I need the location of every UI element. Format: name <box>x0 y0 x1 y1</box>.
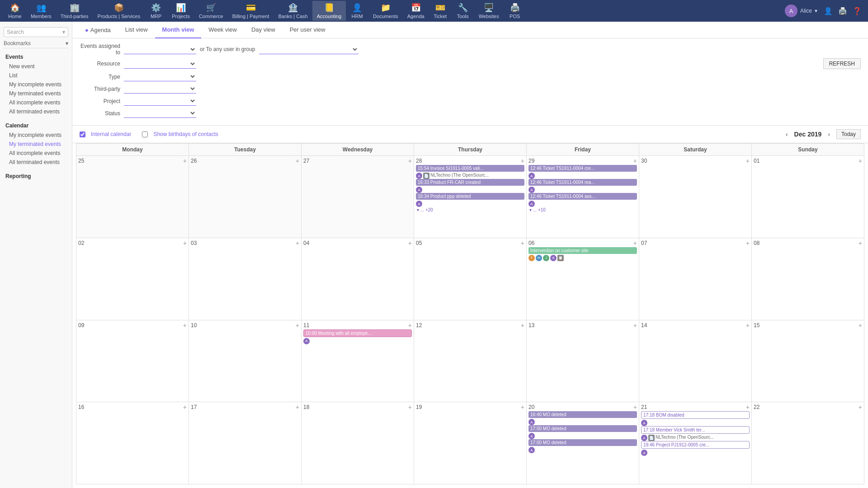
nav-members[interactable]: 👥 Members <box>26 1 56 21</box>
filter-events-assigned-select[interactable] <box>124 45 196 54</box>
nav-extra-icon3[interactable]: ❓ <box>853 7 862 15</box>
event-meeting-11[interactable]: 10:00 Meeting with all employe... <box>303 329 412 337</box>
add-event-10[interactable]: + <box>296 322 299 328</box>
next-month-button[interactable]: › <box>825 130 833 139</box>
bookmarks-row[interactable]: Bookmarks ▾ <box>4 39 68 48</box>
add-event-02[interactable]: + <box>183 240 187 246</box>
event-mo-deleted-20a[interactable]: 16:40 MO deleted <box>528 411 637 418</box>
nav-websites[interactable]: 🖥️ Websites <box>474 1 504 21</box>
add-event-03[interactable]: + <box>296 240 299 246</box>
birthdays-label[interactable]: Show birthdays of contacts <box>153 131 218 137</box>
nav-home[interactable]: 🏠 Home <box>4 1 26 21</box>
event-more-29[interactable]: ▾ ... +10 <box>528 207 637 213</box>
nav-documents[interactable]: 📁 Documents <box>368 1 403 21</box>
add-event-05[interactable]: + <box>521 240 524 246</box>
tab-day[interactable]: Day view <box>244 22 283 38</box>
nav-extra-icon1[interactable]: 👤 <box>824 7 833 15</box>
event-mo-deleted-20c[interactable]: 17:00 MO deleted <box>528 439 637 446</box>
filter-resource-label: Resource <box>80 61 120 67</box>
nav-billing[interactable]: 💳 Billing | Payment <box>228 1 274 21</box>
tab-month[interactable]: Month view <box>155 22 202 38</box>
sidebar-item-cal-my-terminated[interactable]: My terminated events <box>0 140 72 149</box>
event-invoice-28[interactable]: 15:54 Invoice SI1911-0005 vali... <box>416 165 524 172</box>
event-project-21[interactable]: 19:46 Project PJ1912-0005 cre... <box>641 441 750 449</box>
event-ticket-29b[interactable]: 12:46 Ticket TS1911-0004 rea... <box>528 179 637 186</box>
nav-accounting[interactable]: 📒 Accounting <box>312 1 346 21</box>
filter-status-select[interactable] <box>124 108 196 118</box>
filter-project-select[interactable] <box>124 96 196 106</box>
filter-group-select[interactable] <box>259 45 359 54</box>
add-event-25[interactable]: + <box>183 158 187 164</box>
nav-extra-icon2[interactable]: 🖨️ <box>838 7 847 15</box>
prev-month-button[interactable]: ‹ <box>783 130 791 139</box>
nav-mrp[interactable]: ⚙️ MRP <box>145 1 167 21</box>
nav-ticket[interactable]: 🎫 Ticket <box>429 1 452 21</box>
add-event-17[interactable]: + <box>296 404 299 410</box>
internal-calendar-checkbox[interactable] <box>80 131 85 137</box>
add-event-19[interactable]: + <box>521 404 524 410</box>
sidebar-item-my-incomplete[interactable]: My incomplete events <box>0 80 72 89</box>
add-event-21[interactable]: + <box>746 404 750 410</box>
tab-agenda[interactable]: ● Agenda <box>78 22 118 38</box>
add-event-08[interactable]: + <box>859 240 862 246</box>
internal-calendar-label[interactable]: Internal calendar <box>91 131 131 137</box>
add-event-20[interactable]: + <box>633 404 637 410</box>
add-event-13[interactable]: + <box>633 322 637 328</box>
event-ticket-29c[interactable]: 12:46 Ticket TS1911-0004 ass... <box>528 193 637 200</box>
sidebar-item-cal-all-incomplete[interactable]: All incomplete events <box>0 149 72 158</box>
add-event-11[interactable]: + <box>408 322 412 328</box>
event-member-21[interactable]: 17:18 Member Vick Smith ter... <box>641 426 750 434</box>
add-event-27[interactable]: + <box>408 158 412 164</box>
nav-tools[interactable]: 🔧 Tools <box>452 1 474 21</box>
tab-week[interactable]: Week view <box>201 22 244 38</box>
event-product-car-28[interactable]: 16:33 Product FR-CAR created <box>416 179 524 186</box>
nav-third-parties[interactable]: 🏢 Third-parties <box>56 1 93 21</box>
sidebar-item-all-terminated[interactable]: All terminated events <box>0 107 72 116</box>
sidebar-item-new-event[interactable]: New event <box>0 62 72 71</box>
search-container[interactable]: Search ▾ <box>4 27 68 37</box>
nav-agenda[interactable]: 📅 Agenda <box>403 1 429 21</box>
event-bom-21[interactable]: 17:18 BOM disabled <box>641 411 750 419</box>
today-button[interactable]: Today <box>836 129 861 139</box>
add-event-09[interactable]: + <box>183 322 187 328</box>
event-avatar-row-20c: A <box>528 447 637 453</box>
add-event-22[interactable]: + <box>859 404 862 410</box>
sidebar-item-cal-all-terminated[interactable]: All terminated events <box>0 158 72 167</box>
nav-banks[interactable]: 🏦 Banks | Cash <box>274 1 312 21</box>
sidebar-item-list[interactable]: List <box>0 71 72 80</box>
event-ticket-29a[interactable]: 12:46 Ticket TS1911-0004 cre... <box>528 165 637 172</box>
sidebar-item-all-incomplete[interactable]: All incomplete events <box>0 98 72 107</box>
filter-type-select[interactable] <box>124 72 196 81</box>
birthdays-checkbox[interactable] <box>142 131 148 137</box>
nav-products-services[interactable]: 📦 Products | Services <box>93 1 145 21</box>
add-event-04[interactable]: + <box>408 240 412 246</box>
add-event-01[interactable]: + <box>859 158 862 164</box>
event-product-ppp-28[interactable]: 16:34 Product ppp deleted <box>416 193 524 200</box>
add-event-18[interactable]: + <box>408 404 412 410</box>
add-event-16[interactable]: + <box>183 404 187 410</box>
nav-projects[interactable]: 📊 Projects <box>167 1 194 21</box>
event-mo-deleted-20b[interactable]: 17:00 MO deleted <box>528 425 637 432</box>
tab-list[interactable]: List view <box>118 22 155 38</box>
add-event-28[interactable]: + <box>521 158 524 164</box>
refresh-button[interactable]: REFRESH <box>823 58 861 69</box>
add-event-26[interactable]: + <box>296 158 299 164</box>
nav-pos[interactable]: 🖨️ POS <box>504 1 526 21</box>
add-event-14[interactable]: + <box>746 322 750 328</box>
user-menu[interactable]: A Alice ▾ <box>781 3 821 19</box>
sidebar-item-my-terminated[interactable]: My terminated events <box>0 89 72 98</box>
tab-per-user[interactable]: Per user view <box>283 22 333 38</box>
add-event-30[interactable]: + <box>746 158 750 164</box>
nav-hrm[interactable]: 👤 HRM <box>346 1 368 21</box>
add-event-12[interactable]: + <box>521 322 524 328</box>
add-event-07[interactable]: + <box>746 240 750 246</box>
nav-commerce[interactable]: 🛒 Commerce <box>194 1 228 21</box>
add-event-06[interactable]: + <box>633 240 637 246</box>
event-more-28[interactable]: ▾ ... +20 <box>416 207 524 213</box>
add-event-29[interactable]: + <box>633 158 637 164</box>
filter-resource-select[interactable] <box>124 59 196 69</box>
filter-third-party-select[interactable] <box>124 84 196 94</box>
add-event-15[interactable]: + <box>859 322 862 328</box>
sidebar-item-cal-my-incomplete[interactable]: My incomplete events <box>0 131 72 140</box>
event-intervention-06[interactable]: Intervention on customer site <box>528 247 637 254</box>
